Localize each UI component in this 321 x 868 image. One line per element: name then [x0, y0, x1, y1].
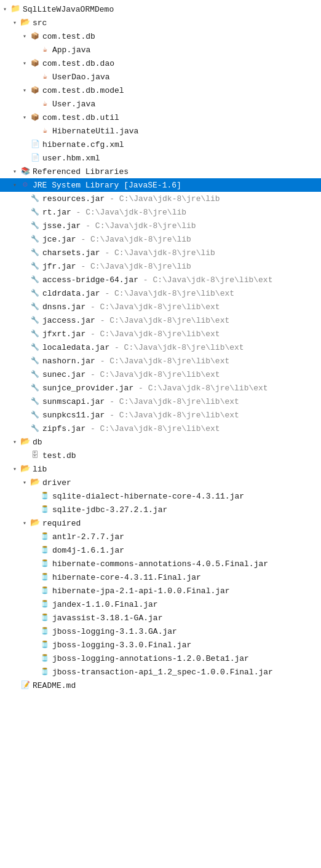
tree-item-cldrdata-jar[interactable]: cldrdata.jar - C:\Java\jdk-8\jre\lib\ext	[0, 286, 321, 300]
tree-icon	[30, 383, 41, 393]
tree-item-user-hbm[interactable]: user.hbm.xml	[0, 151, 321, 165]
tree-icon	[39, 640, 50, 650]
tree-item-jsse-jar[interactable]: jsse.jar - C:\Java\jdk-8\jre\lib	[0, 219, 321, 232]
tree-arrow[interactable]	[20, 519, 30, 527]
tree-item-jboss-tx-jar[interactable]: jboss-transaction-api_1.2_spec-1.0.0.Fin…	[0, 665, 321, 679]
tree-item-db-folder[interactable]: db	[0, 435, 321, 449]
tree-item-charsets-jar[interactable]: charsets.jar - C:\Java\jdk-8\jre\lib	[0, 246, 321, 259]
tree-item-nashorn-jar[interactable]: nashorn.jar - C:\Java\jdk-8\jre\lib\ext	[0, 354, 321, 368]
tree-item-jboss-logging-jar[interactable]: jboss-logging-3.1.3.GA.jar	[0, 625, 321, 638]
tree-item-pkg-db[interactable]: com.test.db	[0, 30, 321, 43]
tree-item-sqlite-dialect-jar[interactable]: sqlite-dialect-hibernate-core-4.3.11.jar	[0, 489, 321, 503]
tree-item-resources-jar[interactable]: resources.jar - C:\Java\jdk-8\jre\lib	[0, 192, 321, 205]
tree-label: sunjce_provider.jar - C:\Java\jdk-8\jre\…	[42, 384, 268, 393]
tree-label: sqlite-dialect-hibernate-core-4.3.11.jar	[52, 492, 244, 501]
tree-item-hibernateutil-java[interactable]: HibernateUtil.java	[0, 124, 321, 138]
tree-item-jboss-logging-ann-jar[interactable]: jboss-logging-annotations-1.2.0.Beta1.ja…	[0, 652, 321, 665]
tree-label: db	[33, 438, 42, 447]
tree-item-dom4j-jar[interactable]: dom4j-1.6.1.jar	[0, 543, 321, 557]
tree-item-sqlite-jdbc-jar[interactable]: sqlite-jdbc-3.27.2.1.jar	[0, 503, 321, 516]
tree-label: com.test.db	[42, 32, 95, 41]
tree-item-rt-jar[interactable]: rt.jar - C:\Java\jdk-8\jre\lib	[0, 205, 321, 219]
tree-label: user.hbm.xml	[42, 154, 100, 163]
tree-arrow[interactable]	[10, 438, 20, 446]
tree-item-dnsns-jar[interactable]: dnsns.jar - C:\Java\jdk-8\jre\lib\ext	[0, 300, 321, 314]
tree-item-pkg-util[interactable]: com.test.db.util	[0, 111, 321, 124]
tree-item-pkg-model[interactable]: com.test.db.model	[0, 84, 321, 97]
tree-icon	[20, 437, 31, 447]
tree-path: - C:\Java\jdk-8\jre\lib\ext	[85, 424, 220, 433]
tree-label: com.test.db.model	[42, 86, 124, 95]
tree-item-ref-libs[interactable]: Referenced Libraries	[0, 165, 321, 178]
tree-item-sunpkcs-jar[interactable]: sunpkcs11.jar - C:\Java\jdk-8\jre\lib\ex…	[0, 408, 321, 422]
tree-item-jboss-logging2-jar[interactable]: jboss-logging-3.3.0.Final.jar	[0, 638, 321, 652]
tree-item-jfxrt-jar[interactable]: jfxrt.jar - C:\Java\jdk-8\jre\lib\ext	[0, 327, 321, 341]
tree-item-hib-commons-jar[interactable]: hibernate-commons-annotations-4.0.5.Fina…	[0, 557, 321, 570]
tree-item-project[interactable]: SqlLiteWJavaORMDemo	[0, 2, 321, 16]
tree-item-userdao-java[interactable]: UserDao.java	[0, 70, 321, 84]
tree-icon	[30, 288, 41, 298]
tree-item-driver-folder[interactable]: driver	[0, 476, 321, 489]
tree-item-localedata-jar[interactable]: localedata.jar - C:\Java\jdk-8\jre\lib\e…	[0, 341, 321, 354]
tree-icon	[39, 545, 50, 555]
tree-arrow[interactable]	[10, 181, 20, 189]
tree-arrow[interactable]	[20, 479, 30, 486]
tree-icon	[30, 397, 41, 406]
tree-item-sunmscapi-jar[interactable]: sunmscapi.jar - C:\Java\jdk-8\jre\lib\ex…	[0, 395, 321, 408]
tree-icon	[30, 451, 41, 460]
tree-label: jfxrt.jar - C:\Java\jdk-8\jre\lib\ext	[42, 329, 220, 339]
tree-item-jfr-jar[interactable]: jfr.jar - C:\Java\jdk-8\jre\lib	[0, 259, 321, 273]
tree-item-javassist-jar[interactable]: javassist-3.18.1-GA.jar	[0, 611, 321, 625]
tree-label: src	[33, 18, 47, 28]
tree-item-test-db[interactable]: test.db	[0, 449, 321, 462]
tree-icon	[30, 58, 41, 68]
tree-icon	[30, 194, 41, 203]
tree-icon	[30, 261, 41, 271]
tree-item-jaccess-jar[interactable]: jaccess.jar - C:\Java\jdk-8\jre\lib\ext	[0, 314, 321, 327]
tree-label: dnsns.jar - C:\Java\jdk-8\jre\lib\ext	[42, 302, 220, 312]
tree-icon	[30, 153, 41, 163]
tree-icon	[30, 518, 41, 528]
tree-path: - C:\Java\jdk-8\jre\lib	[76, 262, 191, 271]
tree-icon	[39, 45, 50, 55]
tree-arrow[interactable]	[10, 19, 20, 26]
tree-item-jce-jar[interactable]: jce.jar - C:\Java\jdk-8\jre\lib	[0, 232, 321, 246]
tree-item-readme[interactable]: README.md	[0, 679, 321, 692]
tree-item-access-jar[interactable]: access-bridge-64.jar - C:\Java\jdk-8\jre…	[0, 273, 321, 286]
tree-icon	[20, 180, 31, 190]
tree-item-sunjce-jar[interactable]: sunjce_provider.jar - C:\Java\jdk-8\jre\…	[0, 381, 321, 395]
tree-arrow[interactable]	[10, 168, 20, 175]
tree-label: Referenced Libraries	[33, 167, 129, 176]
tree-arrow[interactable]	[0, 6, 10, 13]
tree-arrow[interactable]	[20, 33, 30, 40]
tree-arrow[interactable]	[20, 114, 30, 121]
tree-label: sqlite-jdbc-3.27.2.1.jar	[52, 505, 167, 515]
tree-item-required-folder[interactable]: required	[0, 516, 321, 530]
tree-item-hibernate-cfg[interactable]: hibernate.cfg.xml	[0, 138, 321, 151]
tree-label: cldrdata.jar - C:\Java\jdk-8\jre\lib\ext	[42, 289, 234, 298]
tree-item-zipfs-jar[interactable]: zipfs.jar - C:\Java\jdk-8\jre\lib\ext	[0, 422, 321, 435]
tree-item-user-java[interactable]: User.java	[0, 97, 321, 111]
tree-item-pkg-dao[interactable]: com.test.db.dao	[0, 57, 321, 70]
tree-label: required	[42, 519, 81, 528]
tree-icon	[30, 342, 41, 352]
tree-item-jandex-jar[interactable]: jandex-1.1.0.Final.jar	[0, 598, 321, 611]
tree-label: dom4j-1.6.1.jar	[52, 546, 124, 555]
tree-item-hib-core-jar[interactable]: hibernate-core-4.3.11.Final.jar	[0, 570, 321, 584]
tree-item-src[interactable]: src	[0, 16, 321, 30]
tree-item-antlr-jar[interactable]: antlr-2.7.7.jar	[0, 530, 321, 543]
tree-label: javassist-3.18.1-GA.jar	[52, 614, 162, 623]
tree-item-sunec-jar[interactable]: sunec.jar - C:\Java\jdk-8\jre\lib\ext	[0, 368, 321, 381]
tree-item-jre-sys[interactable]: JRE System Library [JavaSE-1.6]	[0, 178, 321, 192]
tree-arrow[interactable]	[10, 465, 20, 473]
tree-item-app-java[interactable]: App.java	[0, 43, 321, 57]
tree-arrow[interactable]	[20, 87, 30, 94]
tree-item-lib-folder[interactable]: lib	[0, 462, 321, 476]
tree-label: localedata.jar - C:\Java\jdk-8\jre\lib\e…	[42, 343, 244, 352]
tree-arrow[interactable]	[20, 60, 30, 67]
tree-label: sunpkcs11.jar - C:\Java\jdk-8\jre\lib\ex…	[42, 411, 239, 420]
tree-icon	[39, 586, 50, 596]
tree-label: jsse.jar - C:\Java\jdk-8\jre\lib	[42, 221, 196, 231]
tree-item-hib-jpa-jar[interactable]: hibernate-jpa-2.1-api-1.0.0.Final.jar	[0, 584, 321, 598]
tree-label: rt.jar - C:\Java\jdk-8\jre\lib	[42, 208, 186, 217]
